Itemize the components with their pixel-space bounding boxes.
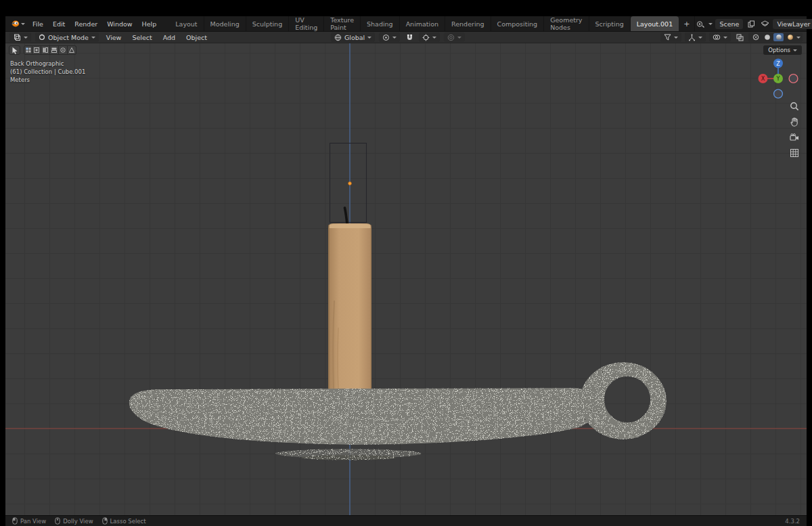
toggle-ortho-icon	[790, 148, 799, 158]
shading-solid-icon	[764, 34, 771, 41]
tool-option-button[interactable]	[41, 45, 50, 55]
scene-name-field[interactable]: Scene	[715, 19, 743, 29]
proportional-editing-selector[interactable]	[444, 32, 465, 42]
transform-orientation-selector[interactable]: Global	[331, 32, 375, 42]
gizmos-toggle[interactable]	[685, 32, 706, 42]
mode-selector[interactable]: Object Mode	[35, 32, 99, 42]
pan-hand-icon	[790, 117, 799, 127]
view-label: Back Orthographic	[10, 60, 85, 68]
pan-button[interactable]	[788, 116, 800, 128]
chevron-down-icon	[392, 37, 397, 39]
shading-wireframe-button[interactable]	[750, 33, 761, 41]
blender-window: File Edit Render Window Help Layout Mode…	[5, 16, 807, 526]
workspace-tab[interactable]: UV Editing	[289, 16, 324, 31]
candle-wick[interactable]	[345, 208, 348, 224]
pivot-point-selector[interactable]	[379, 32, 400, 42]
tool-option-button[interactable]	[24, 45, 32, 55]
add-workspace-button[interactable]: +	[679, 16, 695, 31]
menu-window[interactable]: Window	[102, 16, 137, 31]
workspace-tab[interactable]: Animation	[400, 16, 445, 31]
zoom-icon	[790, 102, 799, 111]
workspace-tab[interactable]: Modeling	[204, 16, 246, 31]
menu-add[interactable]: Add	[160, 34, 179, 41]
menu-object[interactable]: Object	[183, 34, 210, 41]
shading-material-icon	[775, 34, 782, 41]
chevron-down-icon[interactable]	[796, 37, 800, 39]
mini-grid-icon	[43, 47, 48, 53]
workspace-tab[interactable]: Compositing	[491, 16, 545, 31]
options-button[interactable]: Options	[763, 45, 802, 55]
shading-rendered-button[interactable]	[785, 33, 795, 41]
menu-edit[interactable]: Edit	[48, 16, 70, 31]
shading-wireframe-icon	[752, 34, 759, 41]
stone-dish-object[interactable]	[129, 362, 667, 445]
snap-toggle-button[interactable]	[404, 32, 415, 43]
view-layer-name: ViewLayer	[777, 20, 810, 28]
dish-shadow	[275, 449, 422, 460]
workspace-tab[interactable]: Scripting	[589, 16, 631, 31]
gizmo-toggle-icon	[688, 34, 696, 41]
zoom-button[interactable]	[788, 100, 800, 112]
menu-view[interactable]: View	[103, 34, 125, 41]
magnet-icon	[406, 33, 413, 41]
tool-settings-row	[9, 45, 76, 55]
menu-help[interactable]: Help	[137, 16, 162, 31]
workspace-tab[interactable]: Texture Paint	[324, 16, 361, 31]
candle-object[interactable]	[328, 223, 371, 391]
camera-view-button[interactable]	[788, 131, 800, 144]
overlays-toggle[interactable]	[709, 32, 731, 42]
gizmo-x-negative-ball[interactable]	[789, 74, 798, 83]
workspace-tab[interactable]: Rendering	[445, 16, 491, 31]
workspace-tab[interactable]: Shading	[361, 16, 400, 31]
view-layer-button[interactable]	[759, 19, 770, 29]
topbar: File Edit Render Window Help Layout Mode…	[5, 16, 807, 31]
shading-rendered-icon	[787, 34, 794, 41]
active-object-label: (61) Collection | Cube.001	[10, 68, 85, 76]
workspace-tab[interactable]: Geometry Nodes	[544, 16, 589, 31]
menu-file[interactable]: File	[28, 16, 48, 31]
light-origin-dot[interactable]	[348, 182, 352, 185]
workspace-tab[interactable]: Sculpting	[246, 16, 289, 31]
tool-option-button[interactable]	[32, 45, 41, 55]
tool-option-button[interactable]	[68, 45, 76, 55]
new-scene-button[interactable]	[746, 19, 757, 29]
scene-browse-icon	[696, 20, 705, 28]
navigation-gizmo[interactable]: Z X Y	[758, 58, 798, 99]
chevron-down-icon	[698, 37, 702, 39]
app-menu-button[interactable]	[5, 16, 28, 31]
editor-type-button[interactable]	[9, 32, 31, 42]
tool-option-button[interactable]	[50, 45, 59, 55]
toggle-ortho-button[interactable]	[788, 147, 800, 159]
statusbar-hint: Pan View	[12, 517, 46, 525]
shading-material-button[interactable]	[773, 33, 784, 41]
view-layer-field[interactable]: ViewLayer	[773, 19, 812, 29]
chevron-down-icon	[793, 49, 797, 51]
chevron-down-icon[interactable]	[708, 23, 713, 25]
tool-option-button[interactable]	[59, 45, 68, 55]
cursor-tool-icon	[12, 47, 18, 54]
browse-scene-button[interactable]	[695, 19, 706, 29]
workspace-tab[interactable]: Layout	[169, 16, 204, 31]
gizmo-y-label: Y	[776, 76, 780, 82]
global-orientation-icon	[334, 34, 342, 41]
active-tool-button[interactable]	[9, 45, 20, 55]
layers-icon	[761, 20, 769, 28]
menu-select[interactable]: Select	[129, 34, 155, 41]
pivot-icon	[382, 34, 390, 41]
object-visibility-selector[interactable]	[660, 32, 681, 42]
viewport-3d[interactable]: Options Back Orthographic (61) Collectio…	[5, 43, 807, 515]
menu-render[interactable]: Render	[70, 16, 102, 31]
snap-target-selector[interactable]	[419, 32, 440, 42]
units-label: Meters	[10, 76, 85, 84]
gizmo-x-label: X	[761, 76, 765, 82]
mode-label: Object Mode	[48, 34, 89, 41]
gizmo-z-negative-ball[interactable]	[774, 89, 783, 98]
snap-target-icon	[422, 34, 430, 41]
xray-toggle[interactable]	[734, 32, 745, 43]
options-label: Options	[768, 47, 790, 53]
mini-grid-icon	[34, 47, 39, 53]
shading-solid-button[interactable]	[762, 33, 772, 41]
orientation-label: Global	[344, 34, 365, 41]
mini-grid-icon	[26, 47, 31, 53]
workspace-tab-active[interactable]: Layout.001	[631, 16, 679, 31]
